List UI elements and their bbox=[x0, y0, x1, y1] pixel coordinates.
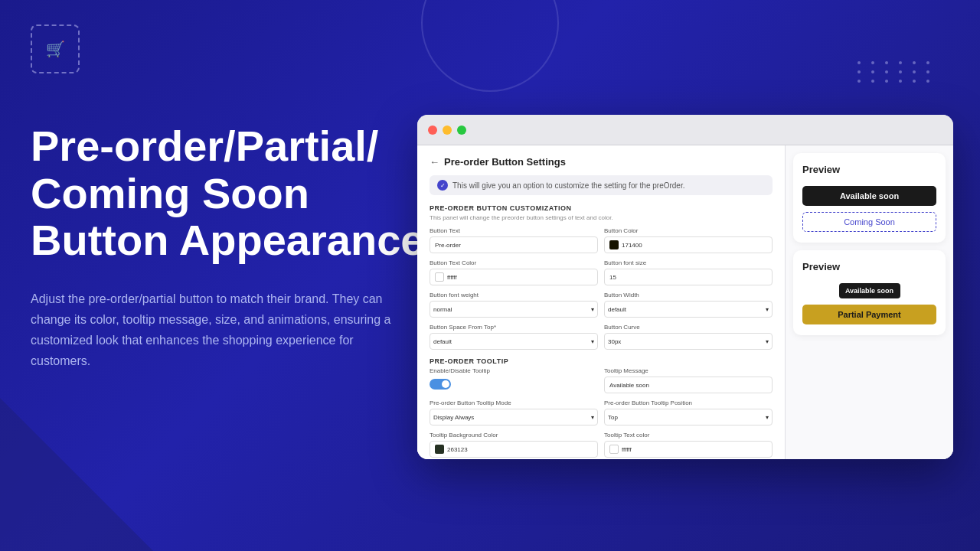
tooltip-toggle-row bbox=[430, 377, 598, 390]
button-space-label: Button Space From Top* bbox=[430, 324, 598, 331]
button-text-color-label: Button Text Color bbox=[430, 259, 598, 266]
preview1-title: Preview bbox=[802, 164, 936, 175]
tooltip-bg-color-field: Tooltip Background Color 263123 bbox=[430, 432, 598, 458]
section1-label: PRE-ORDER BUTTON CUSTOMIZATION bbox=[430, 204, 773, 212]
tooltip-bg-color-swatch bbox=[435, 445, 444, 454]
button-curve-label: Button Curve bbox=[604, 324, 773, 331]
button-font-weight-label: Button font weight bbox=[430, 292, 598, 298]
settings-panel: ← Pre-order Button Settings ✓ This will … bbox=[417, 145, 785, 459]
tooltip-text-color-label: Tooltip Text color bbox=[604, 432, 773, 439]
browser-mockup: ← Pre-order Button Settings ✓ This will … bbox=[417, 115, 953, 459]
button-font-size-field: Button font size 15 bbox=[604, 259, 773, 285]
chevron-down-icon: ▾ bbox=[766, 414, 769, 421]
tooltip-message-label: Tooltip Message bbox=[604, 367, 773, 374]
button-color-label: Button Color bbox=[604, 227, 773, 234]
button-width-select[interactable]: default ▾ bbox=[604, 301, 773, 318]
button-font-size-label: Button font size bbox=[604, 259, 773, 266]
chevron-down-icon: ▾ bbox=[591, 306, 594, 313]
info-text: This will give you an option to customiz… bbox=[452, 181, 685, 190]
button-text-field: Button Text Pre-order bbox=[430, 227, 598, 253]
button-text-input[interactable]: Pre-order bbox=[430, 236, 598, 253]
preview-card-2: Preview Available soon Partial Payment bbox=[793, 250, 946, 335]
preview-card-1: Preview Available soon Coming Soon bbox=[793, 153, 946, 243]
info-banner: ✓ This will give you an option to custom… bbox=[430, 175, 773, 195]
tooltip-message-input[interactable]: Available soon bbox=[604, 377, 773, 393]
preview2-title: Preview bbox=[802, 261, 936, 272]
hero-description: Adjust the pre-order/partial button to m… bbox=[31, 289, 398, 372]
button-width-field: Button Width default ▾ bbox=[604, 292, 773, 318]
browser-close-btn[interactable] bbox=[428, 126, 437, 135]
button-text-color-field: Button Text Color ffffff bbox=[430, 259, 598, 285]
button-customization-form: Button Text Pre-order Button Color 17140… bbox=[430, 227, 773, 350]
section1-sublabel: This panel will change the preorder butt… bbox=[430, 214, 773, 221]
info-icon: ✓ bbox=[437, 180, 448, 191]
button-font-weight-field: Button font weight normal ▾ bbox=[430, 292, 598, 318]
tooltip-section: PRE-ORDER TOOLTIP Enable/Disable Tooltip bbox=[430, 357, 773, 458]
tooltip-bg-color-input[interactable]: 263123 bbox=[430, 441, 598, 458]
bg-decoration-triangle bbox=[0, 398, 153, 551]
preview1-available-soon-btn: Available soon bbox=[802, 186, 936, 206]
logo-icon: 🛒 bbox=[46, 40, 65, 58]
button-font-weight-select[interactable]: normal ▾ bbox=[430, 301, 598, 318]
back-arrow-icon[interactable]: ← bbox=[430, 156, 439, 168]
browser-maximize-btn[interactable] bbox=[457, 126, 466, 135]
tooltip-position-select[interactable]: Top ▾ bbox=[604, 409, 773, 425]
preview2-partial-payment-btn: Partial Payment bbox=[802, 305, 936, 324]
button-text-label: Button Text bbox=[430, 227, 598, 234]
button-text-color-swatch bbox=[435, 272, 444, 282]
button-color-input[interactable]: 171400 bbox=[604, 236, 773, 253]
tooltip-text-color-field: Tooltip Text color ffffff bbox=[604, 432, 773, 458]
bg-decoration-dots bbox=[858, 61, 934, 83]
settings-header: ← Pre-order Button Settings bbox=[430, 156, 773, 168]
section2-label: PRE-ORDER TOOLTIP bbox=[430, 357, 773, 365]
chevron-down-icon: ▾ bbox=[766, 338, 769, 345]
button-color-swatch bbox=[609, 240, 619, 249]
bg-decoration-circle bbox=[421, 0, 559, 92]
tooltip-text-color-input[interactable]: ffffff bbox=[604, 441, 773, 458]
button-curve-field: Button Curve 30px ▾ bbox=[604, 324, 773, 350]
button-width-label: Button Width bbox=[604, 292, 773, 298]
chevron-down-icon: ▾ bbox=[591, 414, 594, 421]
button-space-field: Button Space From Top* default ▾ bbox=[430, 324, 598, 350]
button-font-size-input[interactable]: 15 bbox=[604, 269, 773, 285]
browser-minimize-btn[interactable] bbox=[443, 126, 452, 135]
button-color-field: Button Color 171400 bbox=[604, 227, 773, 253]
button-curve-select[interactable]: 30px ▾ bbox=[604, 333, 773, 350]
chevron-down-icon: ▾ bbox=[591, 338, 594, 345]
tooltip-toggle-field: Enable/Disable Tooltip bbox=[430, 367, 598, 393]
chevron-down-icon: ▾ bbox=[766, 306, 769, 313]
preview-panels: Preview Available soon Coming Soon Previ… bbox=[785, 145, 953, 459]
preview2-available-soon-btn: Available soon bbox=[839, 283, 900, 298]
tooltip-position-label: Pre-order Button Tooltip Position bbox=[604, 399, 773, 406]
browser-titlebar bbox=[417, 115, 953, 145]
browser-content: ← Pre-order Button Settings ✓ This will … bbox=[417, 145, 953, 459]
button-text-color-input[interactable]: ffffff bbox=[430, 269, 598, 285]
toggle-thumb bbox=[442, 380, 449, 388]
tooltip-bg-color-label: Tooltip Background Color bbox=[430, 432, 598, 439]
tooltip-toggle-label: Enable/Disable Tooltip bbox=[430, 367, 598, 374]
tooltip-mode-label: Pre-order Button Tooltip Mode bbox=[430, 399, 598, 406]
hero-section: Pre-order/Partial/ Coming Soon Button Ap… bbox=[31, 122, 429, 372]
tooltip-text-color-swatch bbox=[609, 445, 619, 454]
settings-page-title: Pre-order Button Settings bbox=[444, 156, 566, 168]
hero-title: Pre-order/Partial/ Coming Soon Button Ap… bbox=[31, 122, 429, 264]
tooltip-position-field: Pre-order Button Tooltip Position Top ▾ bbox=[604, 399, 773, 425]
tooltip-mode-select[interactable]: Display Always ▾ bbox=[430, 409, 598, 425]
tooltip-toggle[interactable] bbox=[430, 379, 451, 390]
tooltip-message-field: Tooltip Message Available soon bbox=[604, 367, 773, 393]
preview1-coming-soon-btn: Coming Soon bbox=[802, 212, 936, 232]
tooltip-form: Enable/Disable Tooltip Tooltip Message A… bbox=[430, 367, 773, 458]
tooltip-mode-field: Pre-order Button Tooltip Mode Display Al… bbox=[430, 399, 598, 425]
app-logo: 🛒 bbox=[31, 24, 80, 73]
button-space-select[interactable]: default ▾ bbox=[430, 333, 598, 350]
